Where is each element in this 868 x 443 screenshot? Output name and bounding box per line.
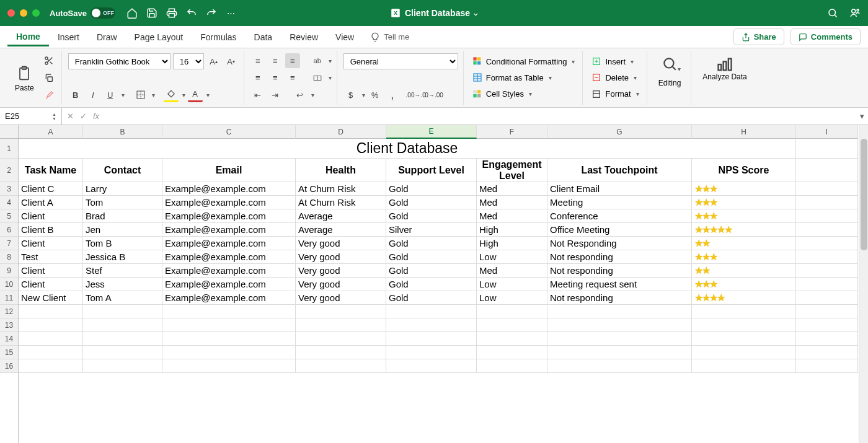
align-left-button[interactable]: ≡	[250, 71, 265, 86]
cell-nps-0[interactable]: ★★★	[692, 182, 796, 196]
cell-I1[interactable]	[796, 139, 858, 159]
editing-button[interactable]: ▾ Editing	[653, 53, 686, 90]
percent-button[interactable]: %	[368, 87, 383, 102]
cell-eng-6[interactable]: Med	[477, 264, 547, 278]
save-icon[interactable]	[146, 7, 157, 19]
cell-I2[interactable]	[796, 159, 858, 182]
fill-color-button[interactable]	[164, 87, 179, 102]
empty-cell[interactable]	[386, 332, 477, 346]
row-header-16[interactable]: 16	[0, 359, 18, 373]
empty-cell[interactable]	[386, 346, 477, 359]
autosave-switch[interactable]: OFF	[91, 7, 115, 19]
cell-email-3[interactable]: Example@example.com	[162, 223, 296, 237]
empty-cell[interactable]	[547, 332, 692, 346]
orientation-button[interactable]: ab	[310, 53, 325, 68]
tab-home[interactable]: Home	[7, 28, 49, 46]
header-A[interactable]: Task Name	[19, 159, 83, 182]
header-F[interactable]: Engagement Level	[477, 159, 547, 182]
empty-cell[interactable]	[692, 346, 796, 359]
cell-eng-1[interactable]: Med	[477, 196, 547, 209]
increase-font-button[interactable]: A▴	[206, 54, 221, 69]
italic-button[interactable]: I	[86, 87, 100, 102]
cancel-formula-button[interactable]: ✕	[67, 112, 74, 121]
delete-cells-button[interactable]: Delete▾	[589, 71, 641, 84]
autosave-toggle[interactable]: AutoSave OFF	[50, 7, 115, 19]
cell-contact-5[interactable]: Jessica B	[83, 250, 162, 264]
empty-cell[interactable]	[296, 305, 386, 318]
tab-data[interactable]: Data	[246, 29, 281, 46]
row-header-1[interactable]: 1	[0, 139, 18, 159]
column-header-G[interactable]: G	[547, 125, 692, 139]
row-header-4[interactable]: 4	[0, 196, 18, 209]
empty-cell[interactable]	[796, 359, 858, 373]
merge-button[interactable]	[310, 71, 325, 86]
row-header-10[interactable]: 10	[0, 278, 18, 291]
empty-cell[interactable]	[547, 346, 692, 359]
cell-nps-5[interactable]: ★★★	[692, 250, 796, 264]
vertical-scrollbar[interactable]	[859, 125, 868, 443]
chevron-down-icon[interactable]: ▾	[329, 74, 332, 81]
row-header-12[interactable]: 12	[0, 305, 18, 318]
row-header-3[interactable]: 3	[0, 182, 18, 196]
cell-contact-7[interactable]: Jess	[83, 278, 162, 291]
row-header-15[interactable]: 15	[0, 346, 18, 359]
tell-me[interactable]: Tell me	[370, 32, 409, 42]
cell-nps-3[interactable]: ★★★★★	[692, 223, 796, 237]
cell-email-0[interactable]: Example@example.com	[162, 182, 296, 196]
analyze-data-button[interactable]: Analyze Data	[698, 53, 751, 84]
cell-I-2[interactable]	[796, 209, 858, 223]
cell-I-4[interactable]	[796, 237, 858, 250]
empty-cell[interactable]	[19, 332, 83, 346]
row-header-6[interactable]: 6	[0, 223, 18, 237]
underline-button[interactable]: U	[103, 87, 118, 102]
cell-email-2[interactable]: Example@example.com	[162, 209, 296, 223]
cell-I-5[interactable]	[796, 250, 858, 264]
row-header-14[interactable]: 14	[0, 332, 18, 346]
cell-touch-2[interactable]: Conference	[547, 209, 692, 223]
empty-cell[interactable]	[19, 305, 83, 318]
cell-health-6[interactable]: Very good	[296, 264, 386, 278]
cell-support-3[interactable]: Silver	[386, 223, 477, 237]
cut-button[interactable]	[42, 53, 56, 68]
cell-support-6[interactable]: Gold	[386, 264, 477, 278]
cell-task-6[interactable]: Client	[19, 264, 83, 278]
tab-formulas[interactable]: Formulas	[192, 29, 245, 46]
decrease-font-button[interactable]: A▾	[224, 54, 239, 69]
increase-indent-button[interactable]: ⇥	[268, 87, 283, 102]
select-all-corner[interactable]	[0, 125, 18, 139]
empty-cell[interactable]	[83, 332, 162, 346]
chevron-down-icon[interactable]: ▾	[182, 92, 185, 99]
document-title[interactable]: X Client Database ⌵	[390, 7, 478, 19]
empty-cell[interactable]	[296, 318, 386, 332]
empty-cell[interactable]	[83, 305, 162, 318]
font-size-select[interactable]: 16	[173, 53, 204, 69]
row-header-2[interactable]: 2	[0, 159, 18, 182]
cell-contact-6[interactable]: Stef	[83, 264, 162, 278]
cell-support-2[interactable]: Gold	[386, 209, 477, 223]
column-header-A[interactable]: A	[19, 125, 83, 139]
cell-I-7[interactable]	[796, 278, 858, 291]
empty-cell[interactable]	[162, 359, 296, 373]
cell-task-4[interactable]: Client	[19, 237, 83, 250]
minimize-window-button[interactable]	[20, 9, 27, 17]
cell-I-1[interactable]	[796, 196, 858, 209]
cell-touch-0[interactable]: Client Email	[547, 182, 692, 196]
empty-cell[interactable]	[796, 346, 858, 359]
cell-I-3[interactable]	[796, 223, 858, 237]
cell-email-6[interactable]: Example@example.com	[162, 264, 296, 278]
cell-eng-4[interactable]: High	[477, 237, 547, 250]
bold-button[interactable]: B	[68, 87, 83, 102]
cell-nps-4[interactable]: ★★	[692, 237, 796, 250]
empty-cell[interactable]	[547, 318, 692, 332]
cell-task-8[interactable]: New Client	[19, 291, 83, 305]
tab-insert[interactable]: Insert	[49, 29, 88, 46]
cell-I-8[interactable]	[796, 291, 858, 305]
empty-cell[interactable]	[19, 346, 83, 359]
empty-cell[interactable]	[477, 305, 547, 318]
cell-touch-4[interactable]: Not Responding	[547, 237, 692, 250]
empty-cell[interactable]	[477, 359, 547, 373]
font-name-select[interactable]: Franklin Gothic Book	[68, 53, 170, 69]
cell-task-2[interactable]: Client	[19, 209, 83, 223]
undo-icon[interactable]	[186, 7, 197, 19]
cell-health-2[interactable]: Average	[296, 209, 386, 223]
